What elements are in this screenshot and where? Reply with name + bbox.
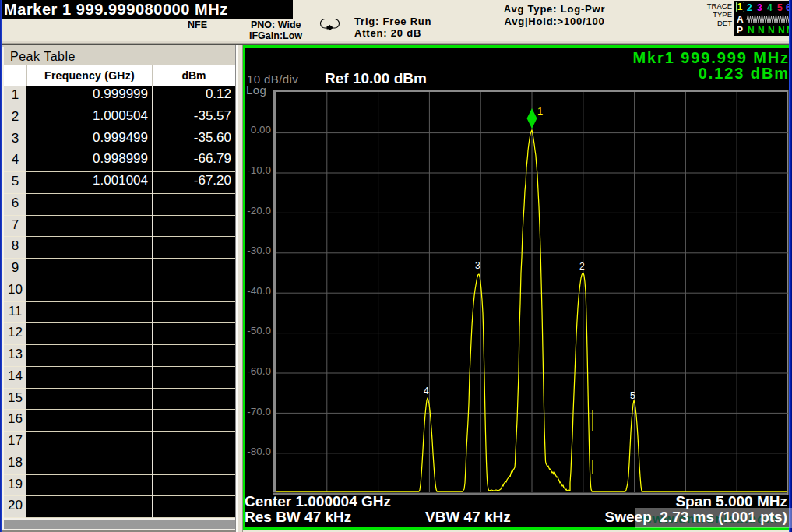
svg-text:2: 2 bbox=[579, 261, 585, 272]
svg-text:5: 5 bbox=[630, 390, 635, 401]
svg-text:1: 1 bbox=[537, 105, 543, 117]
svg-text:4: 4 bbox=[424, 386, 429, 396]
svg-text:3: 3 bbox=[475, 260, 480, 271]
